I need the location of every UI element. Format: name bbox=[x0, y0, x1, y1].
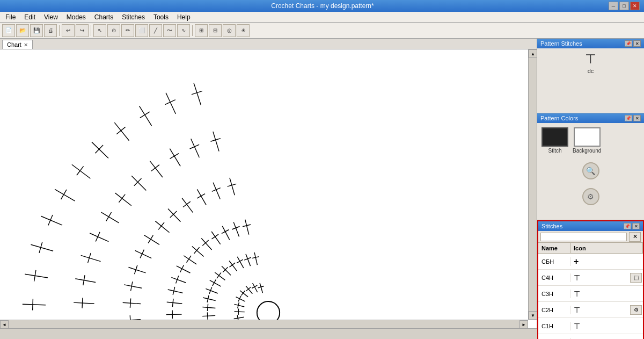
tab-bar: Chart ✕ bbox=[0, 39, 537, 49]
stitch-row-s4n[interactable]: С4Н ⊤ ⬚ bbox=[538, 270, 643, 286]
stitch-row-s1n[interactable]: С1Н ⊤ bbox=[538, 318, 643, 334]
sep-1 bbox=[59, 25, 60, 36]
save-button[interactable]: 💾 bbox=[30, 24, 43, 37]
stitch-edit-button-s4n[interactable]: ⬚ bbox=[630, 273, 642, 283]
pattern-colors-section: Pattern Colors 📌 ✕ Stitch Background bbox=[537, 113, 644, 220]
pattern-stitches-pin[interactable]: 📌 bbox=[625, 40, 632, 47]
main-content: Chart ✕ bbox=[0, 39, 644, 328]
colors-row: Stitch Background bbox=[541, 127, 640, 154]
magnify-area: 🔍 bbox=[541, 162, 640, 179]
vertical-scrollbar[interactable]: ▲ ▼ bbox=[528, 49, 537, 320]
menu-help[interactable]: Help bbox=[174, 12, 194, 22]
print-button[interactable]: 🖨 bbox=[44, 24, 57, 37]
zoom-button[interactable]: ◎ bbox=[223, 24, 236, 37]
menu-charts[interactable]: Charts bbox=[91, 12, 116, 22]
menu-edit[interactable]: Edit bbox=[21, 12, 39, 22]
panel-header-controls-2: 📌 ✕ bbox=[625, 115, 641, 121]
scroll-down-button[interactable]: ▼ bbox=[529, 311, 537, 320]
svg-rect-0 bbox=[8, 49, 529, 328]
sep-3 bbox=[192, 25, 193, 36]
stitch-row-sbn[interactable]: СБН + bbox=[538, 254, 643, 270]
minimize-button[interactable]: ─ bbox=[609, 2, 618, 10]
stitch-name-s1n: С1Н bbox=[538, 322, 570, 330]
stitch-icon-psn: ⊤ bbox=[570, 337, 643, 340]
background-color-label: Background bbox=[573, 148, 601, 154]
svg-line-47 bbox=[207, 312, 208, 319]
right-panel: Pattern Stitches 📌 ✕ ⊤ dc Pattern Colors… bbox=[537, 39, 644, 328]
dc-stitch-icon: ⊤ bbox=[585, 53, 596, 66]
canvas-scroll[interactable]: /* placeholder - actual stitches drawn b… bbox=[0, 49, 537, 328]
canvas-content: /* placeholder - actual stitches drawn b… bbox=[0, 49, 537, 328]
stitch-add-button[interactable]: ✕ bbox=[629, 232, 641, 242]
stitch-color-swatch: Stitch bbox=[541, 127, 568, 154]
menu-file[interactable]: File bbox=[2, 12, 19, 22]
color-wheel-area: ⚙ bbox=[541, 188, 640, 205]
col-header-name: Name bbox=[538, 243, 570, 253]
stitch-icon-sbn: + bbox=[570, 256, 643, 268]
close-button[interactable]: ✕ bbox=[630, 2, 640, 10]
stitch-name-s2n: С2Н bbox=[538, 306, 570, 314]
redo-button[interactable]: ↪ bbox=[76, 24, 89, 37]
col-header-icon: Icon bbox=[570, 243, 643, 253]
stitches-filter-input[interactable] bbox=[540, 233, 627, 241]
svg-line-231 bbox=[33, 299, 33, 310]
pen-button[interactable]: ✏ bbox=[121, 24, 134, 37]
background-color-swatch: Background bbox=[573, 127, 601, 154]
maximize-button[interactable]: □ bbox=[619, 2, 629, 10]
stitches-close[interactable]: ✕ bbox=[632, 223, 640, 229]
stitch-row-psn[interactable]: ПСН ⊤ bbox=[538, 334, 643, 339]
chart-tab[interactable]: Chart ✕ bbox=[2, 40, 33, 49]
pattern-stitches-close[interactable]: ✕ bbox=[633, 40, 641, 47]
svg-line-90 bbox=[166, 314, 182, 315]
chart-tab-close[interactable]: ✕ bbox=[24, 42, 28, 48]
scroll-left-button[interactable]: ◄ bbox=[0, 320, 9, 328]
pattern-colors-pin[interactable]: 📌 bbox=[625, 115, 632, 121]
eraser-button[interactable]: ⬜ bbox=[135, 24, 148, 37]
stitches-filter-row: ✕ bbox=[538, 231, 643, 243]
stitches-table-header: Name Icon bbox=[538, 243, 643, 254]
sep-2 bbox=[91, 25, 91, 36]
toolbar: 📄 📂 💾 🖨 ↩ ↪ ↖ ⊙ ✏ ⬜ ╱ 〜 ∿ ⊞ ⊟ ◎ ☀ bbox=[0, 23, 644, 39]
panel-header-controls-1: 📌 ✕ bbox=[625, 40, 641, 47]
app-title: Crochet Charts - my design.pattern* bbox=[36, 2, 609, 10]
stitches-section: Stitches 📌 ✕ ✕ Name Icon СБН + bbox=[537, 220, 644, 339]
scroll-up-button[interactable]: ▲ bbox=[529, 49, 537, 58]
line-button[interactable]: ╱ bbox=[149, 24, 162, 37]
chart-tab-label: Chart bbox=[7, 41, 21, 48]
grid-button[interactable]: ⊞ bbox=[195, 24, 208, 37]
stitch-row-s2n[interactable]: С2Н ⊤ ⚙ bbox=[538, 302, 643, 318]
undo-button[interactable]: ↩ bbox=[62, 24, 75, 37]
curve-button[interactable]: 〜 bbox=[163, 24, 176, 37]
panel-header-controls-3: 📌 ✕ bbox=[624, 223, 640, 229]
stitches-header: Stitches 📌 ✕ bbox=[538, 221, 643, 231]
pointer-button[interactable]: ↖ bbox=[93, 24, 106, 37]
horizontal-scrollbar[interactable]: ◄ ► bbox=[0, 320, 528, 328]
scroll-right-button[interactable]: ► bbox=[519, 320, 528, 328]
stitch-row-s3n[interactable]: С3Н ⊤ bbox=[538, 286, 643, 302]
stitch-icon-s1n: ⊤ bbox=[570, 321, 643, 331]
open-button[interactable]: 📂 bbox=[16, 24, 29, 37]
pattern-stitches-title: Pattern Stitches bbox=[540, 40, 582, 47]
stitch-color-box[interactable] bbox=[541, 127, 568, 147]
color-wheel-icon[interactable]: ⚙ bbox=[582, 188, 599, 205]
bezier-button[interactable]: ∿ bbox=[177, 24, 190, 37]
pattern-canvas[interactable]: /* placeholder - actual stitches drawn b… bbox=[0, 49, 537, 328]
svg-line-14 bbox=[235, 312, 245, 312]
stitch-name-sbn: СБН bbox=[538, 257, 570, 266]
menu-modes[interactable]: Modes bbox=[63, 12, 89, 22]
background-color-box[interactable] bbox=[574, 127, 601, 147]
pattern-colors-header: Pattern Colors 📌 ✕ bbox=[537, 113, 644, 123]
menu-bar: File Edit View Modes Charts Stitches Too… bbox=[0, 12, 644, 23]
snap-button[interactable]: ⊟ bbox=[209, 24, 222, 37]
sun-button[interactable]: ☀ bbox=[237, 24, 250, 37]
title-controls: ─ □ ✕ bbox=[609, 2, 640, 10]
new-button[interactable]: 📄 bbox=[2, 24, 15, 37]
stitch-settings-button-s2n[interactable]: ⚙ bbox=[630, 305, 642, 315]
stitches-pin[interactable]: 📌 bbox=[624, 223, 631, 229]
menu-tools[interactable]: Tools bbox=[150, 12, 172, 22]
menu-stitches[interactable]: Stitches bbox=[119, 12, 148, 22]
pattern-colors-close[interactable]: ✕ bbox=[633, 115, 641, 121]
lasso-button[interactable]: ⊙ bbox=[107, 24, 120, 37]
magnify-icon[interactable]: 🔍 bbox=[582, 162, 599, 179]
menu-view[interactable]: View bbox=[41, 12, 61, 22]
